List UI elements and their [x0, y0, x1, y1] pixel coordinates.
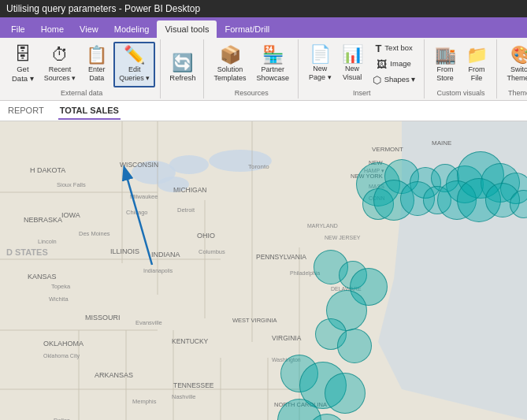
shapes-icon: ⬡: [373, 75, 381, 85]
enter-data-button[interactable]: 📋 EnterData: [82, 42, 111, 87]
svg-text:Columbus: Columbus: [199, 248, 225, 255]
svg-text:TENNESSEE: TENNESSEE: [173, 381, 214, 389]
title-text: Utilising query parameters - Power BI De…: [6, 3, 200, 14]
image-label: Image: [390, 59, 410, 68]
enter-data-icon: 📋: [86, 46, 107, 64]
ribbon-group-refresh: 🔄 Refresh: [162, 39, 203, 98]
switch-theme-label: SwitchTheme ▾: [507, 65, 528, 83]
svg-text:IOWA: IOWA: [61, 211, 80, 219]
text-box-icon: T: [375, 43, 381, 54]
svg-text:MISSOURI: MISSOURI: [85, 314, 121, 322]
svg-text:Nashville: Nashville: [172, 393, 195, 400]
from-store-button[interactable]: 🏬 FromStore: [431, 42, 460, 87]
map-bubble: [325, 373, 366, 414]
svg-text:OKLAHOMA: OKLAHOMA: [43, 340, 84, 348]
enter-data-label: EnterData: [88, 65, 106, 83]
svg-text:Oklahoma City: Oklahoma City: [43, 353, 80, 359]
svg-text:Detroit: Detroit: [177, 206, 195, 214]
edit-queries-button[interactable]: ✏️ EditQueries ▾: [113, 42, 155, 87]
new-visual-button[interactable]: 📊 NewVisual: [338, 41, 367, 87]
svg-text:NEBRASKA: NEBRASKA: [24, 216, 62, 224]
from-file-icon: 📁: [466, 46, 488, 64]
svg-text:ILLINOIS: ILLINOIS: [110, 247, 139, 255]
image-icon: 🖼: [377, 59, 387, 69]
tab-report[interactable]: REPORT: [6, 102, 46, 120]
svg-text:Indianapolis: Indianapolis: [143, 268, 173, 274]
svg-text:Evansville: Evansville: [135, 319, 162, 326]
map-area[interactable]: H DAKOTA Sioux Falls IOWA NEBRASKA Des M…: [0, 121, 527, 420]
svg-text:Topeka: Topeka: [51, 283, 71, 290]
solution-templates-icon: 📦: [220, 46, 241, 64]
svg-text:MAINE: MAINE: [432, 139, 451, 147]
new-visual-icon: 📊: [342, 46, 363, 63]
refresh-label: Refresh: [169, 73, 195, 82]
svg-text:VERMONT: VERMONT: [372, 146, 403, 153]
ribbon-group-themes: 🎨 SwitchTheme ▾ Themes: [499, 39, 528, 98]
ribbon-group-custom-visuals: 🏬 FromStore 📁 FromFile Custom visuals: [426, 39, 497, 98]
ribbon-buttons-resources: 📦 SolutionTemplates 🏪 PartnerShowcase: [210, 41, 294, 87]
svg-text:Des Moines: Des Moines: [79, 230, 110, 237]
svg-point-2: [169, 155, 209, 174]
insert-small-group: T Text box 🖼 Image ⬡ Shapes ▾: [369, 41, 419, 87]
get-data-label: GetData ▾: [12, 65, 34, 83]
ribbon-group-external-data: 🗄 GetData ▾ ⏱ RecentSources ▾ 📋 EnterDat…: [3, 39, 161, 98]
tab-total-sales[interactable]: TOTAL SALES: [58, 102, 121, 120]
from-store-icon: 🏬: [435, 46, 456, 64]
svg-text:Chicago: Chicago: [126, 209, 148, 216]
svg-text:Wichita: Wichita: [49, 295, 69, 303]
refresh-icon: 🔄: [172, 54, 193, 72]
tab-file[interactable]: File: [3, 20, 33, 38]
new-page-button[interactable]: 📄 NewPage ▾: [305, 41, 336, 87]
ribbon-buttons-external: 🗄 GetData ▾ ⏱ RecentSources ▾ 📋 EnterDat…: [8, 41, 155, 87]
svg-text:Lincoln: Lincoln: [38, 238, 57, 245]
svg-text:Memphis: Memphis: [132, 398, 157, 405]
tab-format-drill[interactable]: Format/Drill: [217, 20, 277, 38]
svg-text:KANSAS: KANSAS: [28, 273, 57, 281]
themes-label: Themes: [508, 87, 527, 97]
tab-modeling[interactable]: Modeling: [106, 20, 158, 38]
edit-queries-label: EditQueries ▾: [119, 65, 150, 83]
tab-view[interactable]: View: [72, 20, 106, 38]
new-page-label: NewPage ▾: [309, 65, 332, 82]
ribbon-buttons-insert: 📄 NewPage ▾ 📊 NewVisual T Text box 🖼 Ima…: [305, 41, 418, 87]
partner-showcase-label: PartnerShowcase: [257, 65, 290, 83]
switch-theme-button[interactable]: 🎨 SwitchTheme ▾: [503, 42, 528, 87]
ribbon-group-resources: 📦 SolutionTemplates 🏪 PartnerShowcase Re…: [206, 39, 299, 98]
refresh-button[interactable]: 🔄 Refresh: [165, 46, 199, 91]
recent-sources-label: RecentSources ▾: [44, 65, 76, 83]
ribbon-toolbar: 🗄 GetData ▾ ⏱ RecentSources ▾ 📋 EnterDat…: [0, 38, 527, 101]
svg-text:ARKANSAS: ARKANSAS: [95, 371, 133, 379]
ribbon-tabs: File Home View Modeling Visual tools For…: [0, 17, 527, 38]
custom-visuals-label: Custom visuals: [436, 87, 484, 97]
sub-tabs: REPORT TOTAL SALES: [0, 101, 527, 121]
svg-text:MICHIGAN: MICHIGAN: [173, 186, 207, 194]
resources-label: Resources: [235, 87, 269, 97]
tab-home[interactable]: Home: [33, 20, 72, 38]
svg-text:Milwaukee: Milwaukee: [130, 193, 158, 200]
text-box-button[interactable]: T Text box: [369, 41, 419, 55]
svg-text:Sioux Falls: Sioux Falls: [57, 181, 86, 188]
tab-visual-tools[interactable]: Visual tools: [157, 20, 217, 38]
partner-showcase-button[interactable]: 🏪 PartnerShowcase: [253, 42, 294, 87]
image-button[interactable]: 🖼 Image: [369, 57, 419, 71]
recent-sources-button[interactable]: ⏱ RecentSources ▾: [40, 42, 80, 87]
ribbon-buttons-themes: 🎨 SwitchTheme ▾: [503, 41, 528, 87]
switch-theme-icon: 🎨: [510, 46, 527, 64]
ribbon-buttons-refresh: 🔄 Refresh: [165, 41, 199, 95]
from-file-label: FromFile: [469, 65, 485, 83]
get-data-button[interactable]: 🗄 GetData ▾: [8, 42, 38, 87]
shapes-label: Shapes ▾: [384, 75, 416, 84]
svg-text:KENTUCKY: KENTUCKY: [172, 337, 209, 345]
svg-text:INDIANA: INDIANA: [151, 251, 180, 258]
svg-text:OHIO: OHIO: [197, 232, 215, 240]
svg-text:WISCONSIN: WISCONSIN: [120, 161, 158, 169]
svg-text:D STATES: D STATES: [6, 247, 48, 257]
from-file-button[interactable]: 📁 FromFile: [462, 42, 492, 87]
solution-templates-button[interactable]: 📦 SolutionTemplates: [210, 42, 251, 87]
edit-queries-icon: ✏️: [124, 46, 145, 64]
title-bar: Utilising query parameters - Power BI De…: [0, 0, 527, 17]
shapes-button[interactable]: ⬡ Shapes ▾: [369, 72, 419, 87]
new-page-icon: 📄: [310, 46, 331, 63]
map-bubble: [337, 329, 372, 363]
insert-label: Insert: [353, 87, 371, 97]
